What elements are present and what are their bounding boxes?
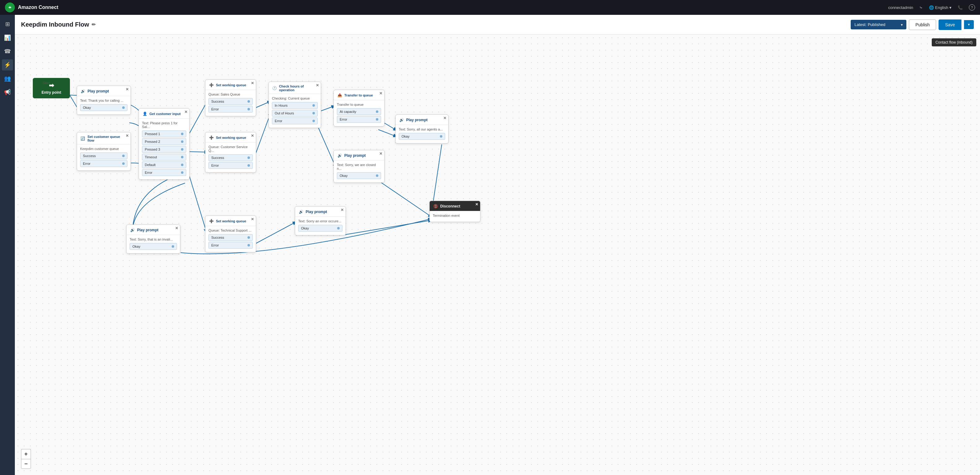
speaker2-icon: 🔊 xyxy=(399,117,404,123)
sidebar-item-analytics[interactable]: 📊 xyxy=(2,32,13,43)
check-hours-port-in-hours[interactable]: In Hours xyxy=(272,102,318,109)
swq2-port-error[interactable]: Error xyxy=(208,162,253,169)
check-hours-node[interactable]: 🕐 Check hours of operation ✕ Checking: C… xyxy=(269,82,321,128)
flow-title-text: Keepdim Inbound Flow xyxy=(21,21,89,28)
save-button[interactable]: Save xyxy=(939,19,961,30)
play-prompt-closed-close[interactable]: ✕ xyxy=(379,151,382,156)
play-prompt-invalid-port-okay[interactable]: Okay xyxy=(130,243,177,250)
port-default[interactable]: Default xyxy=(142,161,186,168)
swq1-port-error[interactable]: Error xyxy=(208,106,253,113)
set-working-queue-3-body: Queue: Technical Support ... Success Err… xyxy=(205,226,256,252)
edit-title-icon[interactable]: ✏ xyxy=(92,22,95,27)
header-bar: Keepdim Inbound Flow ✏ Latest: Published… xyxy=(15,15,980,35)
play-prompt-closed-header: 🔊 Play prompt ✕ xyxy=(334,150,384,160)
play-prompt-invalid-title: Play prompt xyxy=(137,228,158,232)
play-prompt-invalid-node[interactable]: 🔊 Play prompt ✕ Text: Sorry, that is an … xyxy=(126,224,180,254)
set-working-queue-3-close[interactable]: ✕ xyxy=(251,217,254,221)
transfer-to-queue-title: Transfer to queue xyxy=(344,94,373,97)
zoom-out-button[interactable]: − xyxy=(21,459,31,469)
sidebar-item-announcements[interactable]: 📢 xyxy=(2,87,13,98)
set-customer-queue-close[interactable]: ✕ xyxy=(126,133,129,138)
entry-point-label: Entry point xyxy=(41,90,61,95)
sidebar-item-dashboard[interactable]: ⊞ xyxy=(2,19,13,30)
set-working-queue-1-close[interactable]: ✕ xyxy=(251,81,254,85)
language-selector[interactable]: 🌐 English ▾ xyxy=(929,5,951,10)
set-customer-queue-header: 🔄 Set customer queue flow ✕ xyxy=(77,132,130,145)
left-sidebar: ⊞ 📊 ☎ ⚡ 👥 📢 xyxy=(0,15,15,475)
help-icon[interactable]: ? xyxy=(969,4,975,11)
play-prompt-1-node[interactable]: 🔊 Play prompt ✕ Text: Thank you for call… xyxy=(77,86,131,115)
disconnect-node[interactable]: 📵 Disconnect ✕ Termination event xyxy=(430,201,480,222)
version-select[interactable]: Latest: Published xyxy=(851,20,906,29)
disconnect-icon: 📵 xyxy=(433,203,438,209)
sidebar-item-users[interactable]: 👥 xyxy=(2,73,13,84)
port-error-input[interactable]: Error xyxy=(142,169,186,176)
set-working-queue-1-node[interactable]: ➕ Set working queue ✕ Queue: Sales Queue… xyxy=(205,79,256,116)
play-prompt-error-node[interactable]: 🔊 Play prompt ✕ Text: Sorry an error occ… xyxy=(295,206,346,235)
zoom-controls: + − xyxy=(21,449,31,469)
play-prompt-invalid-close[interactable]: ✕ xyxy=(175,226,178,230)
check-hours-header: 🕐 Check hours of operation ✕ xyxy=(269,82,321,94)
set-working-queue-3-header: ➕ Set working queue ✕ xyxy=(205,216,256,226)
play-prompt-agents-port-okay[interactable]: Okay xyxy=(399,133,445,140)
publish-button[interactable]: Publish xyxy=(909,19,936,30)
set-customer-queue-port-error[interactable]: Error xyxy=(80,160,127,167)
transfer-to-queue-header: 📤 Transfer to queue ✕ xyxy=(334,90,384,100)
check-hours-port-out-of-hours[interactable]: Out of Hours xyxy=(272,110,318,117)
port-pressed-3[interactable]: Pressed 3 xyxy=(142,146,186,153)
transfer-to-queue-close[interactable]: ✕ xyxy=(379,91,382,95)
set-customer-queue-port-success[interactable]: Success xyxy=(80,153,127,159)
logout-icon[interactable]: ⤷ xyxy=(920,5,923,10)
play-prompt-closed-port-okay[interactable]: Okay xyxy=(337,172,381,179)
check-hours-sub: Checking: Current queue xyxy=(272,97,318,100)
set-customer-queue-node[interactable]: 🔄 Set customer queue flow ✕ Keepdim cust… xyxy=(77,132,131,171)
queue-icon: 🔄 xyxy=(80,136,86,141)
phone-icon[interactable]: 📞 xyxy=(958,5,963,10)
speaker4-icon: 🔊 xyxy=(298,209,304,214)
swq1-port-success[interactable]: Success xyxy=(208,98,253,105)
swq2-port-success[interactable]: Success xyxy=(208,154,253,161)
port-pressed-1[interactable]: Pressed 1 xyxy=(142,130,186,137)
swq3-port-error[interactable]: Error xyxy=(208,242,253,249)
play-prompt-closed-node[interactable]: 🔊 Play prompt ✕ Text: Sorry, we are clos… xyxy=(334,150,385,183)
flow-type-badge: Contact flow (inbound) xyxy=(932,38,976,46)
app-logo: Amazon Connect xyxy=(5,3,59,13)
top-nav-right: connectadmin ⤷ 🌐 English ▾ 📞 ? xyxy=(888,4,975,11)
play-prompt-1-close[interactable]: ✕ xyxy=(126,87,129,92)
transfer-to-queue-node[interactable]: 📤 Transfer to queue ✕ Transfer to queue … xyxy=(334,90,385,127)
check-hours-port-error[interactable]: Error xyxy=(272,118,318,124)
set-working-queue-2-body: Queue: Customer Service Q... Success Err… xyxy=(205,143,256,172)
flow-canvas-area: Contact flow (inbound) xyxy=(15,35,980,475)
sidebar-item-routing[interactable]: ⚡ xyxy=(2,59,13,70)
play-prompt-agents-node[interactable]: 🔊 Play prompt ✕ Text: Sorry, all our age… xyxy=(395,114,449,143)
transfer-port-error[interactable]: Error xyxy=(337,116,381,123)
set-working-queue-2-node[interactable]: ➕ Set working queue ✕ Queue: Customer Se… xyxy=(205,132,256,173)
port-pressed-2[interactable]: Pressed 2 xyxy=(142,138,186,145)
play-prompt-error-port-okay[interactable]: Okay xyxy=(298,225,342,232)
play-prompt-1-port-okay[interactable]: Okay xyxy=(80,104,127,111)
zoom-in-button[interactable]: + xyxy=(21,449,31,459)
set-working-queue-2-sub: Queue: Customer Service Q... xyxy=(208,145,253,153)
check-hours-close[interactable]: ✕ xyxy=(316,83,319,87)
disconnect-close[interactable]: ✕ xyxy=(475,202,478,207)
set-working-queue-2-close[interactable]: ✕ xyxy=(251,133,254,138)
sidebar-item-phone[interactable]: ☎ xyxy=(2,46,13,57)
transfer-to-queue-sub: Transfer to queue xyxy=(337,103,381,106)
set-working-queue-3-node[interactable]: ➕ Set working queue ✕ Queue: Technical S… xyxy=(205,216,256,253)
get-customer-input-close[interactable]: ✕ xyxy=(185,110,188,114)
play-prompt-agents-close[interactable]: ✕ xyxy=(443,116,446,120)
transfer-port-at-capacity[interactable]: At capacity xyxy=(337,108,381,115)
swq3-port-success[interactable]: Success xyxy=(208,234,253,241)
play-prompt-closed-title: Play prompt xyxy=(344,153,366,158)
set-customer-queue-text: Keepdim customer queue xyxy=(80,147,127,151)
get-customer-input-title: Get customer input xyxy=(150,112,181,116)
version-select-wrapper: Latest: Published xyxy=(851,20,906,29)
play-prompt-error-close[interactable]: ✕ xyxy=(340,208,344,212)
check-hours-body: Checking: Current queue In Hours Out of … xyxy=(269,94,321,128)
play-prompt-invalid-header: 🔊 Play prompt ✕ xyxy=(127,225,180,235)
save-dropdown-button[interactable]: ▼ xyxy=(964,20,974,29)
get-customer-input-node[interactable]: 👤 Get customer input ✕ Text: Please pres… xyxy=(138,108,189,180)
play-prompt-agents-title: Play prompt xyxy=(406,118,428,122)
play-prompt-invalid-text: Text: Sorry, that is an invali... xyxy=(130,237,177,241)
port-timeout[interactable]: Timeout xyxy=(142,154,186,160)
